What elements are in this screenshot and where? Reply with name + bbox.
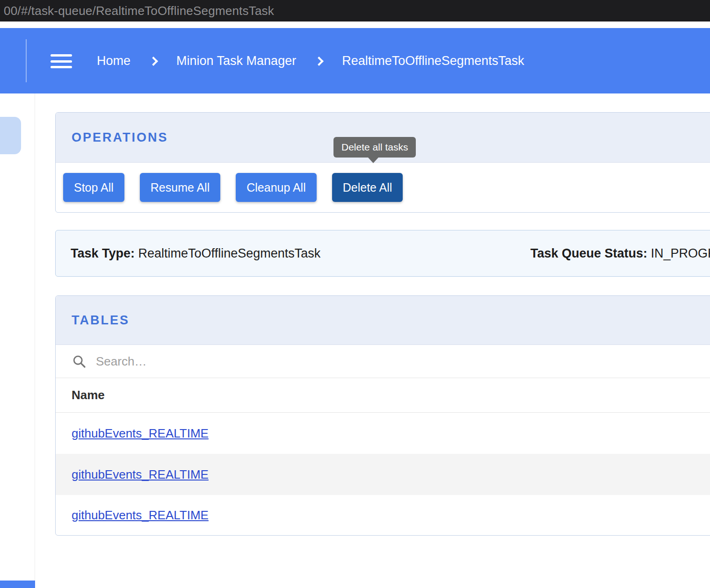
tables-card-header: TABLES: [56, 296, 710, 345]
operations-buttons-row: Stop All Resume All Cleanup All Delete A…: [56, 163, 710, 202]
delete-all-tooltip: Delete all tasks: [333, 137, 416, 158]
breadcrumb-current-task: RealtimeToOfflineSegmentsTask: [342, 54, 524, 68]
task-queue-status-value: IN_PROGRESS: [651, 246, 710, 260]
table-link-githubEvents[interactable]: githubEvents_REALTIME: [72, 508, 209, 523]
operations-title: OPERATIONS: [72, 130, 168, 145]
browser-url-text: 00/#/task-queue/RealtimeToOfflineSegment…: [4, 4, 274, 18]
tables-title: TABLES: [72, 313, 130, 328]
breadcrumb-home[interactable]: Home: [97, 54, 130, 68]
sidebar-footer-strip: [0, 581, 35, 588]
task-type-label: Task Type:: [71, 246, 135, 260]
stop-all-button[interactable]: Stop All: [63, 173, 124, 202]
table-row: githubEvents_REALTIME: [56, 454, 710, 495]
sidebar: [0, 93, 35, 588]
tables-search-row: [56, 345, 710, 378]
delete-all-button[interactable]: Delete All: [332, 173, 403, 202]
breadcrumb: Home Minion Task Manager RealtimeToOffli…: [97, 28, 524, 93]
app-header: Home Minion Task Manager RealtimeToOffli…: [0, 28, 710, 93]
task-type: Task Type: RealtimeToOfflineSegmentsTask: [56, 246, 320, 261]
browser-address-bar[interactable]: 00/#/task-queue/RealtimeToOfflineSegment…: [0, 0, 710, 22]
tooltip-arrow: [368, 158, 378, 163]
main-content: OPERATIONS Stop All Resume All Cleanup A…: [55, 112, 710, 536]
task-queue-status: Task Queue Status: IN_PROGRESS: [530, 246, 710, 261]
resume-all-button[interactable]: Resume All: [140, 173, 220, 202]
table-link-githubEvents[interactable]: githubEvents_REALTIME: [72, 426, 209, 441]
task-info-card: Task Type: RealtimeToOfflineSegmentsTask…: [55, 230, 710, 277]
table-link-githubEvents[interactable]: githubEvents_REALTIME: [72, 467, 209, 482]
search-icon: [72, 354, 87, 369]
search-input[interactable]: [96, 354, 330, 369]
breadcrumb-minion-task-manager[interactable]: Minion Task Manager: [176, 54, 296, 68]
table-column-header-name: Name: [56, 378, 710, 413]
sidebar-active-item[interactable]: [0, 117, 21, 154]
cleanup-all-button[interactable]: Cleanup All: [236, 173, 316, 202]
table-row: githubEvents_REALTIME: [56, 495, 710, 535]
chevron-right-icon: [149, 57, 158, 66]
tables-card: TABLES Name githubEvents_REALTIME github…: [55, 295, 710, 536]
menu-hamburger-icon[interactable]: [51, 54, 72, 68]
operations-card: OPERATIONS Stop All Resume All Cleanup A…: [55, 112, 710, 213]
task-queue-status-label: Task Queue Status:: [530, 246, 647, 260]
header-divider: [26, 39, 27, 82]
chevron-right-icon: [314, 57, 324, 66]
table-row: githubEvents_REALTIME: [56, 413, 710, 454]
task-type-value: RealtimeToOfflineSegmentsTask: [138, 246, 321, 260]
